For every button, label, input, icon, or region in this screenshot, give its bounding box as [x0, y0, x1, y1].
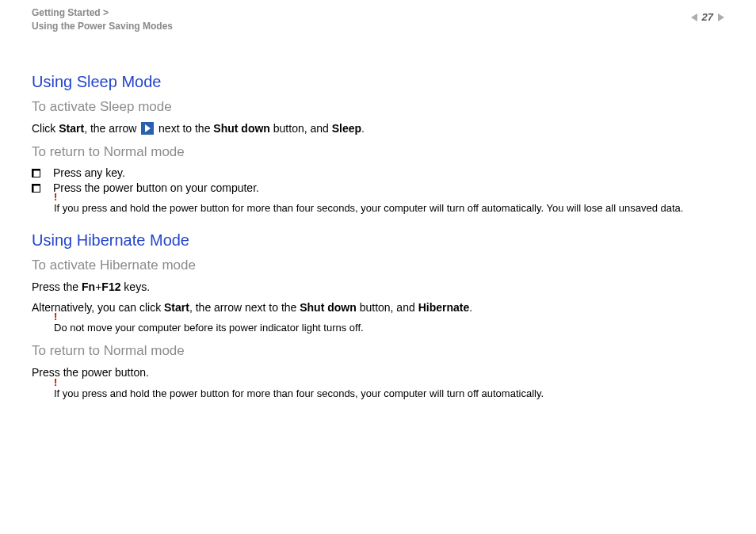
- text: Click: [32, 122, 59, 135]
- bullet-list-sleep-return: Press any key. Press the power button on…: [32, 166, 724, 194]
- breadcrumb-line1[interactable]: Getting Started >: [32, 6, 173, 20]
- warning-note-sleep: ! If you press and hold the power button…: [54, 202, 724, 216]
- prev-page-icon[interactable]: [691, 13, 697, 21]
- breadcrumb[interactable]: Getting Started > Using the Power Saving…: [32, 6, 173, 33]
- text: next to the: [155, 122, 213, 135]
- page-content: Using Sleep Mode To activate Sleep mode …: [0, 33, 756, 401]
- bold-start: Start: [59, 122, 84, 135]
- bullet-icon: [32, 169, 40, 177]
- bold-fn: Fn: [82, 280, 95, 293]
- text: keys.: [120, 280, 150, 293]
- arrow-icon: [141, 122, 154, 135]
- bold-start: Start: [164, 301, 189, 314]
- heading-hibernate-mode: Using Hibernate Mode: [32, 231, 724, 250]
- para-return-hibernate: Press the power button.: [32, 365, 724, 381]
- warning-icon: !: [54, 376, 57, 388]
- text: Alternatively, you can click: [32, 301, 164, 314]
- subheading-activate-sleep: To activate Sleep mode: [32, 99, 724, 115]
- text: button, and: [270, 122, 332, 135]
- warning-text: If you press and hold the power button f…: [54, 387, 544, 401]
- warning-icon: !: [54, 311, 57, 322]
- para-activate-sleep: Click Start, the arrow next to the Shut …: [32, 121, 724, 137]
- bullet-text: Press any key.: [53, 166, 724, 179]
- page-header: Getting Started > Using the Power Saving…: [0, 0, 756, 33]
- warning-text: If you press and hold the power button f…: [54, 202, 683, 216]
- bold-sleep: Sleep: [332, 122, 361, 135]
- bullet-text: Press the power button on your computer.: [53, 181, 724, 194]
- text: .: [361, 122, 365, 135]
- subheading-return-normal-hibernate: To return to Normal mode: [32, 343, 724, 359]
- list-item: Press any key.: [32, 166, 724, 179]
- bullet-icon: [32, 184, 40, 193]
- warning-note-hibernate-hold: ! If you press and hold the power button…: [54, 387, 724, 401]
- warning-note-hibernate-move: ! Do not move your computer before its p…: [54, 322, 724, 335]
- subheading-activate-hibernate: To activate Hibernate mode: [32, 257, 724, 273]
- bold-shutdown: Shut down: [300, 301, 357, 314]
- next-page-icon[interactable]: [718, 13, 724, 21]
- bold-f12: F12: [101, 280, 120, 293]
- heading-sleep-mode: Using Sleep Mode: [32, 73, 724, 91]
- text: , the arrow next to the: [189, 301, 300, 314]
- bold-hibernate: Hibernate: [418, 301, 470, 314]
- text: button, and: [357, 301, 418, 314]
- text: , the arrow: [84, 122, 139, 135]
- text: .: [469, 301, 472, 314]
- warning-icon: !: [54, 191, 57, 203]
- subheading-return-normal-sleep: To return to Normal mode: [32, 144, 724, 160]
- warning-text: Do not move your computer before its pow…: [54, 322, 364, 335]
- para-activate-hibernate-menu: Alternatively, you can click Start, the …: [32, 300, 724, 316]
- para-activate-hibernate-keys: Press the Fn+F12 keys.: [32, 280, 724, 296]
- list-item: Press the power button on your computer.: [32, 181, 724, 194]
- page-number: 27: [702, 11, 713, 23]
- bold-shutdown: Shut down: [213, 122, 270, 135]
- page-nav: 27: [691, 11, 724, 23]
- breadcrumb-line2[interactable]: Using the Power Saving Modes: [32, 20, 173, 33]
- text: Press the: [32, 280, 82, 293]
